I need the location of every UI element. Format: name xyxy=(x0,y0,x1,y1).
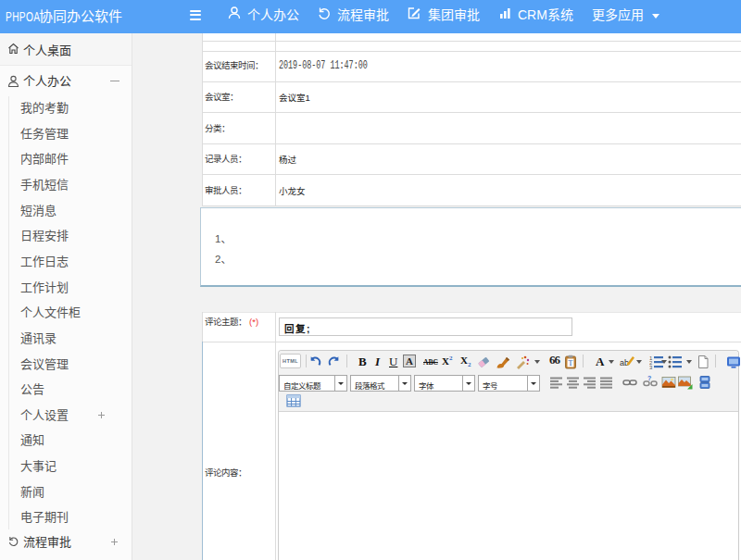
svg-text:T: T xyxy=(569,359,573,367)
svg-text:ab: ab xyxy=(620,358,629,367)
svg-text:3: 3 xyxy=(649,365,653,369)
svg-text:?: ? xyxy=(647,375,651,381)
